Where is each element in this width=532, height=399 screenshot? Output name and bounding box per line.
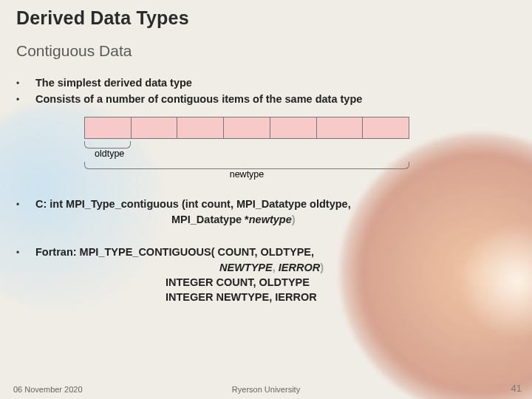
diagram-cell bbox=[270, 117, 317, 139]
c-sig-close-paren: ) bbox=[292, 214, 296, 225]
diagram-cell bbox=[177, 117, 224, 139]
contiguous-diagram: oldtype newtype bbox=[84, 117, 409, 180]
fortran-sig-line1: Fortran: MPI_TYPE_CONTIGUOUS( COUNT, OLD… bbox=[35, 245, 314, 260]
footer-org: Ryerson University bbox=[0, 385, 532, 394]
slide-footer: 06 November 2020 Ryerson University 41 bbox=[0, 383, 532, 394]
diagram-cell bbox=[132, 117, 178, 139]
label-oldtype: oldtype bbox=[95, 149, 409, 159]
fortran-ierror: IERROR bbox=[279, 262, 320, 273]
diagram-cell bbox=[84, 117, 132, 139]
fortran-decl2: INTEGER NEWTYPE, IERROR bbox=[16, 290, 516, 305]
diagram-cell bbox=[224, 117, 270, 139]
bullet-text: The simplest derived data type bbox=[35, 76, 192, 90]
diagram-cell bbox=[363, 117, 409, 139]
bullet-marker: • bbox=[16, 245, 35, 260]
bullet-marker: • bbox=[16, 92, 35, 106]
fortran-decl1: INTEGER COUNT, OLDTYPE bbox=[16, 276, 516, 290]
brace-newtype bbox=[84, 162, 409, 169]
c-sig-line2: MPI_Datatype *newtype) bbox=[16, 213, 516, 228]
bullet-marker: • bbox=[16, 197, 35, 212]
fortran-signature: • Fortran: MPI_TYPE_CONTIGUOUS( COUNT, O… bbox=[16, 245, 516, 304]
c-sig-newtype: newtype bbox=[249, 214, 292, 225]
brace-oldtype bbox=[84, 141, 131, 149]
slide-subtitle: Contiguous Data bbox=[16, 42, 516, 60]
bullet-marker: • bbox=[16, 76, 35, 90]
fortran-close-paren: ) bbox=[320, 262, 324, 273]
fortran-sig-line2: NEWTYPE, IERROR) bbox=[16, 261, 516, 276]
slide-title: Derived Data Types bbox=[16, 7, 516, 29]
fortran-newtype: NEWTYPE bbox=[219, 262, 273, 273]
diagram-cell bbox=[317, 117, 364, 139]
fortran-comma: , bbox=[273, 262, 279, 273]
c-sig-part: MPI_Datatype * bbox=[171, 214, 249, 225]
label-newtype: newtype bbox=[84, 169, 409, 180]
bullet-item: • The simplest derived data type bbox=[16, 76, 516, 90]
slide-content: Derived Data Types Contiguous Data • The… bbox=[0, 0, 532, 304]
bullet-item: • Consists of a number of contiguous ite… bbox=[16, 92, 516, 106]
c-sig-line1: C: int MPI_Type_contiguous (int count, M… bbox=[35, 197, 351, 212]
diagram-cells bbox=[84, 117, 409, 139]
bullet-text: Consists of a number of contiguous items… bbox=[35, 92, 362, 106]
c-signature: • C: int MPI_Type_contiguous (int count,… bbox=[16, 197, 516, 228]
